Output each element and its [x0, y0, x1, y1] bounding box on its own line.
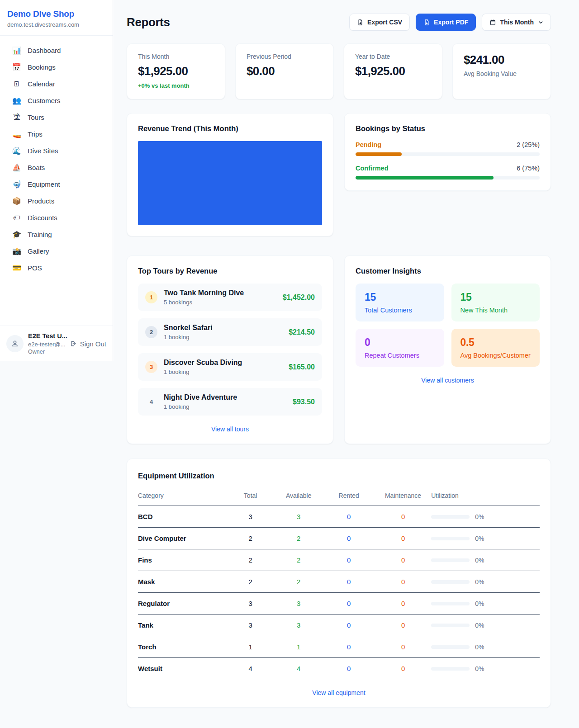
period-dropdown[interactable]: This Month: [482, 14, 551, 31]
tour-bookings: 1 booking: [164, 334, 282, 340]
equipment-available: 2: [275, 528, 323, 549]
utilization-cell: 0%: [431, 513, 540, 520]
equipment-category: Dive Computer: [138, 528, 226, 549]
island-icon: 🏝: [12, 114, 22, 121]
status-count: 6 (75%): [517, 165, 540, 172]
sign-out-button[interactable]: Sign Out: [70, 340, 106, 348]
equipment-rented: 0: [323, 549, 375, 571]
top-tours-title: Top Tours by Revenue: [138, 267, 322, 275]
equipment-utilization: 0%: [431, 571, 540, 593]
utilization-cell: 0%: [431, 535, 540, 542]
sidebar-item-equipment[interactable]: 🤿Equipment: [5, 176, 107, 193]
sidebar-item-discounts[interactable]: 🏷Discounts: [5, 209, 107, 226]
equipment-category: Wetsuit: [138, 658, 226, 680]
credit-card-icon: 💳: [12, 265, 22, 272]
sidebar-item-bookings[interactable]: 📅Bookings: [5, 59, 107, 76]
equipment-available: 3: [275, 615, 323, 636]
utilization-cell: 0%: [431, 665, 540, 672]
progress-fill: [356, 176, 494, 180]
sidebar: Demo Dive Shop demo.test.divestreams.com…: [0, 0, 113, 361]
equipment-category: BCD: [138, 506, 226, 528]
utilization-bar: [431, 624, 470, 627]
stat-card-avg-booking-value: $241.00 Avg Booking Value: [452, 43, 551, 99]
people-icon: 👥: [12, 97, 22, 104]
tour-amount: $93.50: [293, 398, 315, 406]
equipment-utilization: 0%: [431, 549, 540, 571]
equipment-rented: 0: [323, 593, 375, 615]
equipment-rented: 0: [323, 636, 375, 658]
sailboat-icon: ⛵: [12, 164, 22, 171]
sidebar-item-label: Bookings: [28, 63, 56, 71]
rank-badge: 1: [145, 291, 157, 303]
customer-insights-title: Customer Insights: [356, 267, 540, 275]
sidebar-item-label: Dive Sites: [28, 147, 58, 155]
sidebar-item-pos[interactable]: 💳POS: [5, 260, 107, 276]
status-head: Confirmed6 (75%): [356, 165, 540, 172]
sidebar-item-tours[interactable]: 🏝Tours: [5, 109, 107, 126]
equipment-utilization: 0%: [431, 658, 540, 680]
equipment-maintenance: 0: [375, 615, 431, 636]
status-label: Pending: [356, 141, 381, 148]
sidebar-item-dive-sites[interactable]: 🌊Dive Sites: [5, 142, 107, 159]
status-item: Pending2 (25%): [356, 141, 540, 156]
sidebar-item-boats[interactable]: ⛵Boats: [5, 159, 107, 176]
insight-tile: 0.5Avg Bookings/Customer: [451, 329, 540, 367]
equipment-table: Category Total Available Rented Maintena…: [138, 488, 540, 679]
equipment-category: Tank: [138, 615, 226, 636]
view-all-tours-link[interactable]: View all tours: [138, 425, 322, 433]
view-all-equipment-link[interactable]: View all equipment: [138, 689, 540, 696]
col-utilization: Utilization: [431, 488, 540, 506]
equipment-category: Torch: [138, 636, 226, 658]
equipment-row: Tank33000%: [138, 615, 540, 636]
equipment-row: Torch11000%: [138, 636, 540, 658]
file-download-icon: [423, 19, 430, 26]
sidebar-item-customers[interactable]: 👥Customers: [5, 92, 107, 109]
equipment-available: 3: [275, 506, 323, 528]
page-title: Reports: [127, 15, 170, 29]
rank-badge: 2: [145, 326, 157, 338]
dive-mask-icon: 🤿: [12, 181, 22, 188]
sidebar-item-calendar[interactable]: 🗓Calendar: [5, 76, 107, 92]
tour-list-item: 2Snorkel Safari1 booking$214.50: [138, 318, 322, 346]
utilization-pct: 0%: [475, 622, 484, 629]
sidebar-item-products[interactable]: 📦Products: [5, 193, 107, 209]
equipment-rented: 0: [323, 528, 375, 549]
stat-value: $1,925.00: [138, 64, 214, 78]
equipment-total: 3: [226, 615, 275, 636]
revenue-trend-title: Revenue Trend (This Month): [138, 124, 322, 133]
stat-card-previous-period: Previous Period $0.00: [235, 43, 334, 99]
wave-icon: 🌊: [12, 147, 22, 155]
sidebar-item-label: Gallery: [28, 247, 49, 255]
stat-label: Year to Date: [355, 53, 431, 60]
equipment-utilization: 0%: [431, 528, 540, 549]
view-all-customers-link[interactable]: View all customers: [356, 377, 540, 384]
user-email: e2e-tester@...: [28, 341, 65, 348]
col-available: Available: [275, 488, 323, 506]
tour-name: Discover Scuba Diving: [164, 359, 282, 367]
charts-row: Revenue Trend (This Month) Bookings by S…: [127, 113, 551, 236]
equipment-utilization: 0%: [431, 506, 540, 528]
equipment-category: Fins: [138, 549, 226, 571]
sidebar-item-label: Discounts: [28, 214, 57, 222]
equipment-row: Fins22000%: [138, 549, 540, 571]
sidebar-item-trips[interactable]: 🚤Trips: [5, 126, 107, 142]
stat-label: This Month: [138, 53, 214, 60]
export-pdf-button[interactable]: Export PDF: [416, 14, 476, 31]
status-item: Confirmed6 (75%): [356, 165, 540, 180]
insight-tile: 0Repeat Customers: [356, 329, 444, 367]
utilization-cell: 0%: [431, 557, 540, 564]
sidebar-item-gallery[interactable]: 📸Gallery: [5, 243, 107, 260]
equipment-available: 2: [275, 549, 323, 571]
insight-label: Total Customers: [365, 307, 435, 314]
sidebar-item-dashboard[interactable]: 📊Dashboard: [5, 42, 107, 59]
status-head: Pending2 (25%): [356, 141, 540, 148]
export-csv-button[interactable]: Export CSV: [349, 14, 410, 31]
equipment-total: 1: [226, 636, 275, 658]
utilization-pct: 0%: [475, 600, 484, 607]
equipment-maintenance: 0: [375, 593, 431, 615]
utilization-cell: 0%: [431, 578, 540, 586]
tour-bookings: 5 bookings: [164, 299, 276, 306]
sidebar-item-training[interactable]: 🎓Training: [5, 226, 107, 243]
stat-card-year-to-date: Year to Date $1,925.00: [344, 43, 442, 99]
tour-amount: $165.00: [289, 363, 315, 371]
